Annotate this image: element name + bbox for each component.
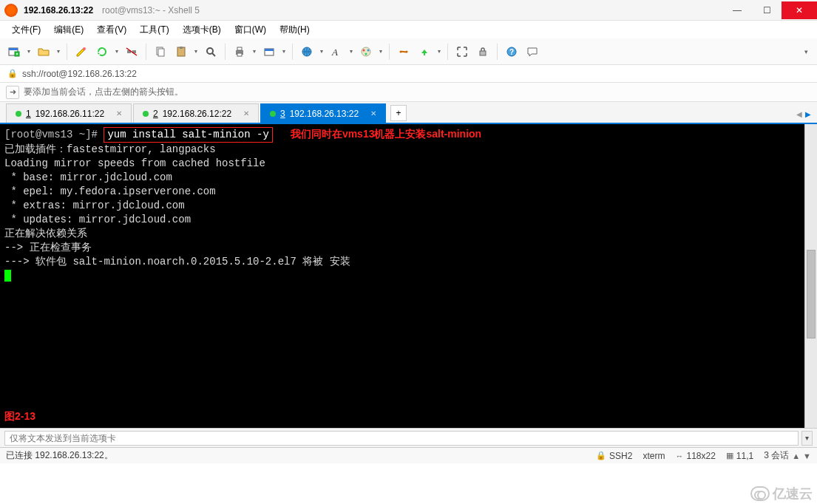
tab-number: 2	[153, 109, 158, 119]
menu-view[interactable]: 查看(V)	[91, 22, 132, 38]
menu-file[interactable]: 文件(F)	[6, 22, 47, 38]
menu-tabs[interactable]: 选项卡(B)	[177, 22, 227, 38]
prompt: [root@vms13 ~]#	[4, 129, 98, 140]
svg-rect-13	[237, 53, 242, 56]
help-button[interactable]: ?	[502, 42, 521, 61]
tab-nav[interactable]: ◀▶	[796, 110, 811, 118]
svg-point-23	[406, 50, 408, 52]
menu-help[interactable]: 帮助(H)	[274, 22, 316, 38]
tab-1[interactable]: 1 192.168.26.11:22 ✕	[6, 103, 132, 123]
status-connected: 已连接 192.168.26.13:22。	[6, 449, 113, 462]
menu-tools[interactable]: 工具(T)	[134, 22, 174, 38]
svg-text:?: ?	[509, 48, 514, 56]
tab-3[interactable]: 3 192.168.26.13:22 ✕	[260, 103, 386, 123]
scrollbar-thumb[interactable]	[807, 250, 816, 338]
svg-point-21	[365, 52, 367, 55]
color-button[interactable]: ▾	[356, 42, 384, 61]
status-size: ↔118x22	[675, 451, 715, 461]
tab-number: 1	[26, 109, 31, 119]
svg-point-3	[83, 47, 86, 50]
svg-rect-24	[480, 51, 486, 55]
grid-icon: ▦	[726, 451, 733, 460]
open-session-button[interactable]: ▾	[34, 42, 62, 61]
address-text[interactable]: ssh://root@192.168.26.13:22	[22, 69, 137, 79]
status-bar: 已连接 192.168.26.13:22。 🔒SSH2 xterm ↔118x2…	[0, 447, 817, 463]
status-dot-icon	[270, 111, 276, 117]
toolbar-overflow[interactable]: ▾	[804, 48, 813, 55]
tab-2[interactable]: 2 192.168.26.12:22 ✕	[133, 103, 259, 123]
globe-button[interactable]: ▾	[297, 42, 325, 61]
send-input[interactable]	[4, 431, 799, 446]
status-pos: ▦11,1	[726, 451, 753, 461]
svg-rect-1	[9, 48, 18, 50]
up-icon[interactable]: ▲	[792, 452, 800, 460]
chat-button[interactable]	[523, 42, 542, 61]
minimize-button[interactable]: —	[722, 1, 752, 19]
reconnect-button[interactable]: ▾	[92, 42, 121, 61]
watermark-icon	[750, 486, 770, 501]
close-button[interactable]: ✕	[782, 1, 817, 19]
transfer-button[interactable]: ▾	[415, 42, 443, 61]
title-bar: 192.168.26.13:22 root@vms13:~ - Xshell 5…	[0, 0, 817, 21]
command-highlight: yum install salt-minion -y	[104, 127, 272, 143]
svg-text:A: A	[331, 47, 338, 58]
toolbar: ▾ ▾ ▾ ▾ ▾ ▾ ▾ A▾ ▾ ▾ ? ▾	[0, 38, 817, 65]
menu-bar: 文件(F) 编辑(E) 查看(V) 工具(T) 选项卡(B) 窗口(W) 帮助(…	[0, 21, 817, 38]
figure-label: 图2-13	[4, 409, 35, 423]
disconnect-button[interactable]	[122, 42, 141, 61]
new-session-button[interactable]: ▾	[4, 42, 33, 61]
terminal-line: * base: mirror.jdcloud.com	[4, 171, 172, 183]
svg-rect-7	[158, 49, 164, 56]
hint-text: 要添加当前会话，点击左侧的箭头按钮。	[24, 86, 183, 98]
menu-window[interactable]: 窗口(W)	[228, 22, 272, 38]
print-button[interactable]: ▾	[230, 42, 258, 61]
tab-label: 192.168.26.12:22	[163, 109, 231, 119]
terminal-scrollbar[interactable]	[804, 124, 817, 428]
terminal-line: --> 正在检查事务	[4, 242, 92, 253]
maximize-button[interactable]: ☐	[752, 1, 782, 19]
copy-button[interactable]	[151, 42, 170, 61]
annotation: 我们同时在vms13机器上安装salt-minion	[291, 128, 481, 140]
fullscreen-button[interactable]	[452, 42, 472, 61]
window-title-sub: root@vms13:~ - Xshell 5	[102, 5, 200, 16]
font-button[interactable]: A▾	[327, 42, 355, 61]
tab-number: 3	[280, 109, 285, 119]
find-button[interactable]	[201, 42, 220, 61]
status-dot-icon	[16, 111, 21, 117]
status-sessions: 3 会话 ▲ ▼	[764, 449, 811, 462]
terminal-line: * updates: mirror.jdcloud.com	[4, 214, 191, 225]
status-dot-icon	[143, 111, 149, 117]
app-icon	[4, 4, 18, 17]
terminal-area: [root@vms13 ~]# yum install salt-minion …	[0, 124, 817, 428]
svg-point-20	[367, 49, 370, 51]
terminal-line: ---> 软件包 salt-minion.noarch.0.2015.5.10-…	[4, 256, 350, 268]
window-title-main: 192.168.26.13:22	[24, 5, 93, 16]
send-dropdown[interactable]: ▾	[801, 431, 813, 446]
send-bar: ▾	[0, 428, 817, 447]
tab-close-icon[interactable]: ✕	[116, 109, 122, 118]
lock-icon: 🔒	[7, 69, 18, 78]
terminal[interactable]: [root@vms13 ~]# yum install salt-minion …	[0, 124, 804, 428]
edit-button[interactable]	[72, 42, 91, 61]
menu-edit[interactable]: 编辑(E)	[48, 22, 89, 38]
compose-button[interactable]	[394, 42, 413, 61]
tab-add-button[interactable]: +	[390, 105, 407, 121]
paste-button[interactable]: ▾	[172, 42, 200, 61]
cursor	[4, 270, 11, 282]
down-icon[interactable]: ▼	[803, 452, 811, 460]
status-term: xterm	[643, 451, 665, 461]
hint-bar: ➜ 要添加当前会话，点击左侧的箭头按钮。	[0, 83, 817, 102]
svg-point-19	[363, 49, 365, 51]
svg-rect-12	[237, 47, 242, 50]
properties-button[interactable]: ▾	[260, 42, 288, 61]
svg-point-22	[400, 50, 402, 52]
terminal-line: 已加载插件：fastestmirror, langpacks	[4, 143, 216, 155]
watermark: 亿速云	[750, 485, 813, 503]
add-session-arrow[interactable]: ➜	[6, 86, 19, 99]
tab-close-icon[interactable]: ✕	[370, 109, 376, 118]
svg-rect-9	[180, 47, 183, 49]
terminal-line: 正在解决依赖关系	[4, 228, 87, 239]
tab-close-icon[interactable]: ✕	[243, 109, 249, 118]
lock-button[interactable]	[473, 42, 492, 61]
tab-label: 192.168.26.13:22	[290, 109, 359, 119]
